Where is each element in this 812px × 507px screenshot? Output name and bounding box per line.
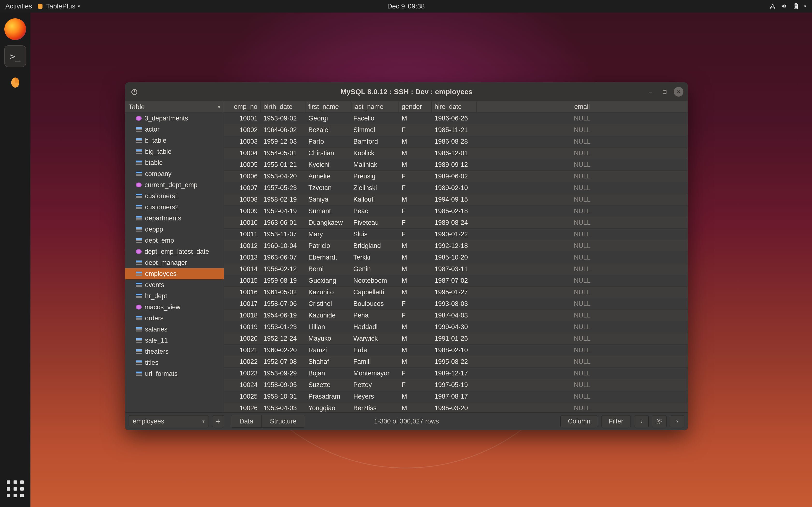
- cell-last_name[interactable]: Bamford: [350, 136, 399, 147]
- cell-emp_no[interactable]: 10021: [224, 344, 260, 356]
- cell-first_name[interactable]: Yongqiao: [305, 402, 350, 412]
- cell-last_name[interactable]: Berztiss: [350, 402, 399, 412]
- cell-birth_date[interactable]: 1959-12-03: [260, 136, 305, 147]
- cell-last_name[interactable]: Kalloufi: [350, 194, 399, 205]
- cell-birth_date[interactable]: 1963-06-07: [260, 252, 305, 263]
- cell-emp_no[interactable]: 10005: [224, 159, 260, 170]
- table-row[interactable]: 100081958-02-19SaniyaKalloufiM1994-09-15…: [224, 194, 688, 206]
- cell-emp_no[interactable]: 10010: [224, 217, 260, 228]
- sidebar-item-b_table[interactable]: b_table: [125, 135, 224, 146]
- cell-last_name[interactable]: Simmel: [350, 124, 399, 136]
- sidebar-item-departments[interactable]: departments: [125, 213, 224, 224]
- cell-gender[interactable]: M: [399, 344, 432, 356]
- cell-last_name[interactable]: Maliniak: [350, 159, 399, 170]
- cell-gender[interactable]: F: [399, 368, 432, 379]
- cell-hire_date[interactable]: 1986-12-01: [432, 148, 476, 159]
- cell-first_name[interactable]: Parto: [305, 136, 350, 147]
- connection-status-button[interactable]: [130, 87, 139, 97]
- cell-gender[interactable]: M: [399, 252, 432, 263]
- cell-birth_date[interactable]: 1954-05-01: [260, 148, 305, 159]
- cell-first_name[interactable]: Ramzi: [305, 344, 350, 356]
- tab-data[interactable]: Data: [231, 415, 262, 427]
- cell-birth_date[interactable]: 1959-08-19: [260, 275, 305, 286]
- cell-emp_no[interactable]: 10007: [224, 182, 260, 193]
- cell-emp_no[interactable]: 10020: [224, 333, 260, 344]
- cell-gender[interactable]: M: [399, 321, 432, 333]
- cell-first_name[interactable]: Suzette: [305, 379, 350, 391]
- cell-hire_date[interactable]: 1987-08-17: [432, 391, 476, 402]
- cell-email[interactable]: NULL: [476, 124, 688, 136]
- cell-hire_date[interactable]: 1990-01-22: [432, 229, 476, 240]
- cell-last_name[interactable]: Preusig: [350, 171, 399, 182]
- sidebar-item-salaries[interactable]: salaries: [125, 324, 224, 335]
- column-header-gender[interactable]: gender: [399, 101, 432, 113]
- cell-hire_date[interactable]: 1987-07-02: [432, 275, 476, 286]
- column-button[interactable]: Column: [560, 415, 598, 427]
- cell-last_name[interactable]: Sluis: [350, 229, 399, 240]
- cell-first_name[interactable]: Anneke: [305, 171, 350, 182]
- sidebar-item-company[interactable]: company: [125, 168, 224, 179]
- cell-gender[interactable]: M: [399, 240, 432, 251]
- cell-email[interactable]: NULL: [476, 206, 688, 217]
- table-row[interactable]: 100101963-06-01DuangkaewPiveteauF1989-08…: [224, 217, 688, 229]
- sidebar-item-3_departments[interactable]: 3_departments: [125, 113, 224, 124]
- cell-gender[interactable]: F: [399, 182, 432, 193]
- cell-first_name[interactable]: Kazuhide: [305, 310, 350, 321]
- cell-hire_date[interactable]: 1989-12-17: [432, 368, 476, 379]
- cell-email[interactable]: NULL: [476, 321, 688, 333]
- cell-gender[interactable]: M: [399, 402, 432, 412]
- cell-birth_date[interactable]: 1953-09-02: [260, 113, 305, 124]
- table-row[interactable]: 100221952-07-08ShahafFamiliM1995-08-22NU…: [224, 356, 688, 368]
- table-row[interactable]: 100251958-10-31PrasadramHeyersM1987-08-1…: [224, 391, 688, 402]
- cell-email[interactable]: NULL: [476, 217, 688, 228]
- cell-hire_date[interactable]: 1989-08-24: [432, 217, 476, 228]
- cell-birth_date[interactable]: 1960-10-04: [260, 240, 305, 251]
- cell-gender[interactable]: F: [399, 229, 432, 240]
- cell-hire_date[interactable]: 1995-03-20: [432, 402, 476, 412]
- table-row[interactable]: 100111953-11-07MarySluisF1990-01-22NULL: [224, 229, 688, 240]
- cell-hire_date[interactable]: 1997-05-19: [432, 379, 476, 391]
- sidebar-item-sale_11[interactable]: sale_11: [125, 335, 224, 346]
- cell-emp_no[interactable]: 10016: [224, 287, 260, 298]
- cell-birth_date[interactable]: 1964-06-02: [260, 124, 305, 136]
- column-header-birth_date[interactable]: birth_date: [260, 101, 305, 113]
- cell-first_name[interactable]: Eberhardt: [305, 252, 350, 263]
- sidebar-item-employees[interactable]: employees: [125, 268, 224, 279]
- cell-gender[interactable]: M: [399, 356, 432, 368]
- table-row[interactable]: 100181954-06-19KazuhidePehaF1987-04-03NU…: [224, 310, 688, 321]
- column-header-hire_date[interactable]: hire_date: [432, 101, 476, 113]
- cell-emp_no[interactable]: 10024: [224, 379, 260, 391]
- sidebar-item-titles[interactable]: titles: [125, 357, 224, 368]
- cell-gender[interactable]: M: [399, 194, 432, 205]
- cell-hire_date[interactable]: 1989-02-10: [432, 182, 476, 193]
- sidebar-item-theaters[interactable]: theaters: [125, 346, 224, 357]
- cell-gender[interactable]: F: [399, 310, 432, 321]
- cell-email[interactable]: NULL: [476, 402, 688, 412]
- cell-hire_date[interactable]: 1995-01-27: [432, 287, 476, 298]
- cell-email[interactable]: NULL: [476, 194, 688, 205]
- cell-email[interactable]: NULL: [476, 368, 688, 379]
- cell-email[interactable]: NULL: [476, 240, 688, 251]
- cell-hire_date[interactable]: 1988-02-10: [432, 344, 476, 356]
- table-row[interactable]: 100131963-06-07EberhardtTerkkiM1985-10-2…: [224, 252, 688, 264]
- cell-first_name[interactable]: Patricio: [305, 240, 350, 251]
- cell-last_name[interactable]: Pettey: [350, 379, 399, 391]
- column-header-emp_no[interactable]: emp_no: [224, 101, 260, 113]
- cell-emp_no[interactable]: 10004: [224, 148, 260, 159]
- cell-first_name[interactable]: Mary: [305, 229, 350, 240]
- cell-emp_no[interactable]: 10014: [224, 264, 260, 275]
- sidebar-item-url_formats[interactable]: url_formats: [125, 368, 224, 379]
- cell-birth_date[interactable]: 1953-11-07: [260, 229, 305, 240]
- cell-email[interactable]: NULL: [476, 113, 688, 124]
- app-menu[interactable]: TablePlus ▾: [37, 2, 80, 10]
- table-row[interactable]: 100061953-04-20AnnekePreusigF1989-06-02N…: [224, 171, 688, 182]
- column-header-email[interactable]: email: [476, 101, 688, 113]
- cell-emp_no[interactable]: 10012: [224, 240, 260, 251]
- cell-gender[interactable]: M: [399, 148, 432, 159]
- table-row[interactable]: 100161961-05-02KazuhitoCappellettiM1995-…: [224, 287, 688, 298]
- cell-first_name[interactable]: Duangkaew: [305, 217, 350, 228]
- maximize-button[interactable]: [660, 87, 669, 97]
- cell-email[interactable]: NULL: [476, 275, 688, 286]
- cell-emp_no[interactable]: 10009: [224, 206, 260, 217]
- cell-gender[interactable]: F: [399, 206, 432, 217]
